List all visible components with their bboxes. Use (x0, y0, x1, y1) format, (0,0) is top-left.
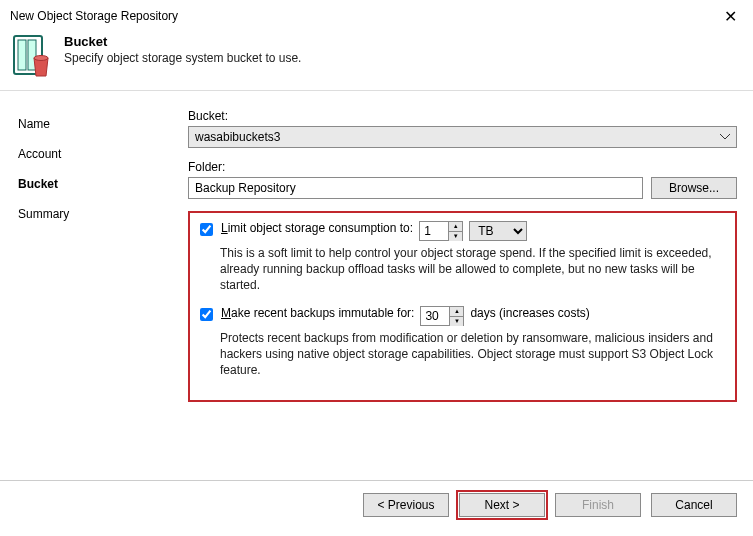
nav-summary[interactable]: Summary (18, 199, 171, 229)
limit-value-input[interactable] (420, 222, 448, 240)
immutable-value-spinner[interactable]: ▲▼ (420, 306, 464, 326)
immutable-description: Protects recent backups from modificatio… (220, 330, 725, 379)
browse-button[interactable]: Browse... (651, 177, 737, 199)
page-heading: Bucket (64, 34, 301, 49)
close-icon[interactable]: ✕ (718, 7, 743, 26)
limit-description: This is a soft limit to help control you… (220, 245, 725, 294)
window-title: New Object Storage Repository (10, 9, 178, 23)
immutable-value-input[interactable] (421, 307, 449, 325)
folder-label: Folder: (188, 160, 737, 174)
bucket-select[interactable]: wasabibuckets3 (188, 126, 737, 148)
immutable-suffix: days (increases costs) (470, 306, 589, 320)
bucket-label: Bucket: (188, 109, 737, 123)
finish-button: Finish (555, 493, 641, 517)
page-subheading: Specify object storage system bucket to … (64, 51, 301, 65)
spin-up-icon[interactable]: ▲ (449, 222, 462, 232)
previous-button[interactable]: < Previous (363, 493, 449, 517)
limit-label: Limit object storage consumption to: (221, 221, 413, 235)
svg-rect-1 (18, 40, 26, 70)
svg-point-3 (34, 56, 48, 61)
spin-down-icon[interactable]: ▼ (449, 232, 462, 241)
nav-bucket[interactable]: Bucket (18, 169, 171, 199)
limit-checkbox[interactable] (200, 223, 213, 236)
limit-unit-select[interactable]: TB (469, 221, 527, 241)
wizard-footer: < Previous Next > Finish Cancel (0, 480, 753, 529)
wizard-nav: Name Account Bucket Summary (0, 91, 172, 480)
folder-input[interactable] (188, 177, 643, 199)
immutable-label: Make recent backups immutable for: (221, 306, 414, 320)
next-button[interactable]: Next > (459, 493, 545, 517)
form-panel: Bucket: wasabibuckets3 Folder: Browse...… (172, 91, 753, 480)
options-highlight: Limit object storage consumption to: ▲▼ … (188, 211, 737, 402)
bucket-icon (12, 34, 52, 78)
nav-account[interactable]: Account (18, 139, 171, 169)
limit-value-spinner[interactable]: ▲▼ (419, 221, 463, 241)
cancel-button[interactable]: Cancel (651, 493, 737, 517)
spin-up-icon[interactable]: ▲ (450, 307, 463, 317)
wizard-header: Bucket Specify object storage system buc… (0, 28, 753, 90)
titlebar: New Object Storage Repository ✕ (0, 0, 753, 28)
spin-down-icon[interactable]: ▼ (450, 317, 463, 326)
immutable-checkbox[interactable] (200, 308, 213, 321)
nav-name[interactable]: Name (18, 109, 171, 139)
